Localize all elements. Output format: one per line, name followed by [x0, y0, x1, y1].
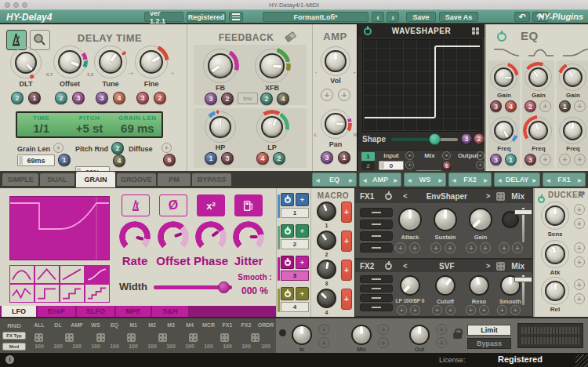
fb-knob[interactable]: [203, 49, 238, 83]
dice-icon[interactable]: [251, 333, 260, 342]
chevron-right-icon[interactable]: [532, 176, 536, 184]
mod-badge[interactable]: 1: [58, 154, 71, 166]
fx-next-icon[interactable]: >: [486, 192, 490, 200]
tab-pm[interactable]: PM: [158, 173, 191, 186]
dice-icon[interactable]: [96, 333, 105, 342]
lfo-shape-sine[interactable]: [9, 265, 34, 284]
rnd-value[interactable]: 100: [199, 343, 218, 349]
slot1-power-button[interactable]: [281, 193, 294, 206]
dlt-knob[interactable]: [10, 47, 42, 78]
slot4-power-button[interactable]: [281, 287, 294, 300]
lfo-phase-null-button[interactable]: Ø: [159, 194, 187, 216]
fx-chain-eq[interactable]: EQ: [312, 173, 357, 187]
sens-knob[interactable]: [541, 202, 569, 230]
fx-chain-fx1[interactable]: FX1: [543, 173, 586, 187]
lfo-fuel-button[interactable]: [234, 194, 263, 216]
mod-badge[interactable]: 3: [205, 93, 217, 105]
tab-groove[interactable]: GROOVE: [117, 173, 156, 186]
chevron-left-icon[interactable]: [316, 176, 320, 184]
macro2-knob[interactable]: [316, 230, 337, 251]
plus-icon[interactable]: [499, 242, 510, 253]
mod-badge[interactable]: 1: [205, 152, 217, 165]
mod-badge[interactable]: 4: [505, 100, 517, 112]
info-icon[interactable]: i: [5, 355, 14, 364]
lfo-shape-stairs2[interactable]: [60, 284, 85, 303]
plus-icon[interactable]: [574, 218, 585, 229]
lfo-offset-knob[interactable]: [158, 221, 189, 253]
rnd-value[interactable]: 100: [86, 343, 105, 349]
fine-knob[interactable]: - +: [135, 45, 168, 78]
eraser-icon[interactable]: [285, 31, 296, 42]
tab-sh[interactable]: S&H: [152, 306, 188, 317]
lfo-shape-random[interactable]: [9, 284, 34, 303]
reso-knob[interactable]: [467, 274, 491, 297]
fx-chain-ws[interactable]: WS: [404, 173, 446, 187]
out-knob[interactable]: [408, 323, 431, 347]
plus-icon[interactable]: [445, 242, 456, 253]
fx1-slot-button[interactable]: [360, 208, 393, 217]
plus-icon[interactable]: [378, 324, 389, 335]
pan-knob[interactable]: L R: [321, 109, 350, 139]
mod-badge[interactable]: 3: [96, 92, 108, 104]
slot2-assign-button[interactable]: +: [296, 224, 309, 238]
mod-badge[interactable]: 2: [11, 92, 24, 104]
plus-icon[interactable]: [445, 305, 456, 315]
mod-badge[interactable]: 3: [321, 151, 333, 164]
plus-icon[interactable]: [321, 89, 333, 101]
fx2-name[interactable]: SVF: [408, 262, 486, 271]
swap-icon[interactable]: ⇄: [579, 190, 585, 198]
lfo-sync-button[interactable]: [122, 194, 150, 216]
chevron-right-icon[interactable]: [394, 176, 397, 184]
plus-icon[interactable]: [466, 242, 477, 253]
input-value[interactable]: 0: [379, 161, 404, 170]
cutoff-knob[interactable]: [434, 274, 457, 297]
chevron-left-icon[interactable]: [408, 176, 412, 184]
lfo-waveform-display[interactable]: [9, 196, 110, 260]
slot1-assign-button[interactable]: +: [296, 193, 309, 206]
macro4-assign-button[interactable]: [341, 289, 352, 310]
low-shelf-icon[interactable]: [492, 46, 521, 59]
plus-icon[interactable]: [397, 305, 407, 315]
rnd-value[interactable]: 100: [143, 343, 162, 349]
dice-icon[interactable]: [496, 192, 505, 201]
power-icon[interactable]: [385, 193, 392, 200]
eq1-freq-knob[interactable]: [490, 117, 517, 144]
lfo-shape-ramp[interactable]: [60, 265, 85, 284]
mod-badge[interactable]: 2: [111, 142, 124, 154]
tune-knob[interactable]: - +: [94, 45, 127, 78]
dice-icon[interactable]: [220, 333, 229, 342]
lock-icon[interactable]: [453, 332, 462, 339]
ws-slot2-button[interactable]: 2: [361, 162, 375, 170]
eq3-gain-knob[interactable]: [559, 64, 586, 91]
mod-badge[interactable]: 1: [28, 92, 41, 104]
mod-badge[interactable]: 4: [113, 154, 125, 167]
plus-icon[interactable]: [476, 161, 485, 169]
fx-chain-delay[interactable]: DELAY: [494, 173, 540, 187]
jitter-knob[interactable]: [233, 221, 264, 253]
phase-knob[interactable]: [195, 221, 227, 253]
mod-badge[interactable]: 4: [113, 92, 125, 104]
mod-badge[interactable]: 1: [338, 151, 350, 164]
plus-icon[interactable]: [559, 154, 571, 165]
fx1-slot-button[interactable]: [360, 220, 393, 229]
dice-icon[interactable]: [189, 333, 198, 342]
waveshaper-graph[interactable]: [362, 39, 482, 132]
mod-badge[interactable]: 6: [442, 161, 452, 170]
plus-icon[interactable]: [410, 305, 420, 315]
macro3-knob[interactable]: [316, 259, 337, 280]
dice-icon[interactable]: [65, 333, 74, 342]
mod-badge[interactable]: 3: [490, 154, 502, 165]
save-as-button[interactable]: Save As: [439, 12, 478, 22]
smooth-value[interactable]: 000 %: [235, 285, 274, 296]
mod-badge[interactable]: 2: [524, 100, 536, 112]
plus-icon[interactable]: [510, 305, 521, 315]
tab-slfo[interactable]: SLFO: [77, 306, 114, 317]
attack-knob[interactable]: [397, 206, 423, 233]
rnd-value[interactable]: 100: [105, 343, 124, 349]
slot1-number[interactable]: 1: [281, 208, 309, 218]
macro1-knob[interactable]: [316, 201, 337, 222]
rnd-value[interactable]: 100: [237, 343, 256, 349]
bypass-button[interactable]: Bypass: [467, 338, 511, 349]
dice-icon[interactable]: [158, 333, 167, 342]
lfo-shape-square[interactable]: [34, 284, 60, 303]
